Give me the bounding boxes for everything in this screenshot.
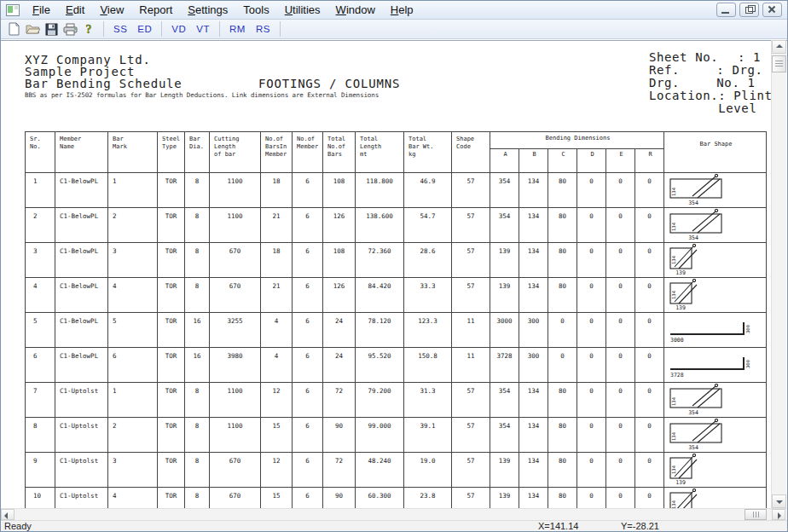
scroll-up-button[interactable] bbox=[772, 40, 786, 54]
menu-window[interactable]: Window bbox=[328, 2, 383, 18]
cell: 80 bbox=[548, 383, 577, 418]
menu-edit[interactable]: Edit bbox=[58, 2, 92, 18]
open-folder-icon[interactable] bbox=[24, 22, 41, 37]
vertical-scroll-thumb[interactable] bbox=[772, 55, 786, 72]
cell: 57 bbox=[452, 418, 490, 453]
table-row: 5C1-BelowPL5TOR163255462478.120123.31130… bbox=[26, 313, 767, 348]
bending-col-B: B bbox=[519, 149, 548, 173]
sheet-meta: Sheet No.: 1Ref. Drg.: Drg. No. 1Locatio… bbox=[649, 51, 787, 115]
cell: C1-BelowPL bbox=[55, 313, 108, 348]
vertical-scrollbar[interactable] bbox=[771, 40, 786, 508]
menu-tools[interactable]: Tools bbox=[235, 2, 276, 18]
scroll-down-button[interactable] bbox=[772, 494, 786, 508]
cell: 0 bbox=[606, 418, 635, 453]
cell: 33.3 bbox=[404, 278, 452, 313]
menu-file[interactable]: File bbox=[25, 2, 58, 18]
minimize-button[interactable] bbox=[716, 3, 736, 17]
scroll-left-button[interactable] bbox=[1, 509, 14, 520]
cell: 6 bbox=[293, 488, 323, 510]
bending-col-D: D bbox=[577, 149, 606, 173]
svg-text:354: 354 bbox=[688, 444, 698, 451]
cell: 57 bbox=[452, 383, 490, 418]
table-row: 10C1-Uptolst4TOR86701569060.30023.857139… bbox=[26, 488, 767, 510]
bar-shape-cell: 134 139 bbox=[664, 243, 767, 278]
toolbar-group: RMRS bbox=[225, 22, 275, 36]
toolbar-button-ed[interactable]: ED bbox=[133, 22, 156, 36]
cell: TOR bbox=[158, 488, 185, 510]
new-document-icon[interactable] bbox=[5, 22, 22, 37]
toolbar-button-rs[interactable]: RS bbox=[252, 22, 275, 36]
cell: 0 bbox=[606, 243, 635, 278]
cell: 15 bbox=[261, 418, 293, 453]
cell: 72.360 bbox=[356, 243, 404, 278]
cell: 0 bbox=[577, 278, 606, 313]
cell: 57 bbox=[452, 243, 490, 278]
toolbar-separator bbox=[280, 21, 281, 37]
restore-button[interactable] bbox=[739, 3, 759, 17]
cell: 3 bbox=[108, 453, 158, 488]
svg-text:139: 139 bbox=[675, 304, 686, 310]
cell: 8 bbox=[185, 418, 210, 453]
print-icon[interactable] bbox=[61, 22, 78, 37]
horizontal-scrollbar[interactable] bbox=[1, 508, 787, 520]
cell: 8 bbox=[185, 383, 210, 418]
cell: 0 bbox=[577, 488, 606, 510]
arrow-up-icon bbox=[776, 44, 783, 48]
menu-view[interactable]: View bbox=[92, 2, 131, 18]
menu-help[interactable]: Help bbox=[383, 2, 421, 18]
cell: 1100 bbox=[210, 173, 261, 208]
cell: 354 bbox=[490, 383, 519, 418]
cell: 138.600 bbox=[356, 208, 404, 243]
bar-shape-drawing: 134 139 bbox=[667, 279, 762, 310]
cell: 4 bbox=[261, 348, 293, 383]
cell: 80 bbox=[548, 243, 577, 278]
cell: 134 bbox=[519, 278, 548, 313]
cell: C1-BelowPL bbox=[55, 348, 108, 383]
save-icon[interactable] bbox=[43, 22, 60, 37]
col-header-3: Steel Type bbox=[158, 132, 185, 173]
arrow-right-icon bbox=[778, 512, 781, 519]
cell: 23.8 bbox=[404, 488, 452, 510]
statusbar: Ready X=141.14 Y=-28.21 bbox=[1, 520, 787, 532]
bbs-table: Sr. No.Member NameBar MarkSteel TypeBar … bbox=[25, 131, 767, 509]
menu-settings[interactable]: Settings bbox=[180, 2, 235, 18]
cell: 0 bbox=[548, 348, 577, 383]
cell: 80 bbox=[548, 278, 577, 313]
cell: 118.800 bbox=[356, 173, 404, 208]
app-icon[interactable] bbox=[6, 4, 20, 16]
cell: 19.0 bbox=[404, 453, 452, 488]
meta-row: Ref. Drg.: Drg. No. 1 bbox=[649, 64, 787, 90]
bending-col-E: E bbox=[606, 149, 635, 173]
cell: 0 bbox=[606, 348, 635, 383]
cell: 57 bbox=[452, 173, 490, 208]
cell: 72 bbox=[323, 453, 356, 488]
toolbar-separator bbox=[161, 21, 162, 37]
horizontal-scroll-thumb[interactable] bbox=[745, 509, 767, 520]
toolbar-button-vd[interactable]: VD bbox=[167, 22, 190, 36]
toolbar-button-rm[interactable]: RM bbox=[225, 22, 250, 36]
cell: 134 bbox=[519, 208, 548, 243]
menu-report[interactable]: Report bbox=[131, 2, 180, 18]
cursor-y-readout: Y=-28.21 bbox=[621, 521, 659, 531]
close-button[interactable] bbox=[762, 3, 782, 17]
menu-utilities[interactable]: Utilities bbox=[277, 2, 328, 18]
cell: 139 bbox=[490, 278, 519, 313]
toolbar-button-vt[interactable]: VT bbox=[192, 22, 214, 36]
cell: 16 bbox=[185, 348, 210, 383]
cell: C1-Uptolst bbox=[55, 418, 108, 453]
cell: TOR bbox=[158, 208, 185, 243]
cell: C1-BelowPL bbox=[55, 278, 108, 313]
cell: 0 bbox=[577, 243, 606, 278]
cell: 8 bbox=[185, 243, 210, 278]
cell: 3728 bbox=[490, 348, 519, 383]
help-icon[interactable]: ? bbox=[80, 22, 97, 37]
toolbar-button-ss[interactable]: SS bbox=[109, 22, 131, 36]
svg-text:3728: 3728 bbox=[670, 372, 684, 379]
bar-shape-cell: 134 354 bbox=[664, 173, 767, 208]
cell: 4 bbox=[108, 488, 158, 510]
meta-value: : 1 bbox=[738, 51, 761, 64]
cell: C1-Uptolst bbox=[55, 453, 108, 488]
cell: 0 bbox=[635, 488, 664, 510]
scroll-right-button[interactable] bbox=[772, 509, 785, 520]
bar-shape-cell: 134 139 bbox=[664, 488, 767, 510]
